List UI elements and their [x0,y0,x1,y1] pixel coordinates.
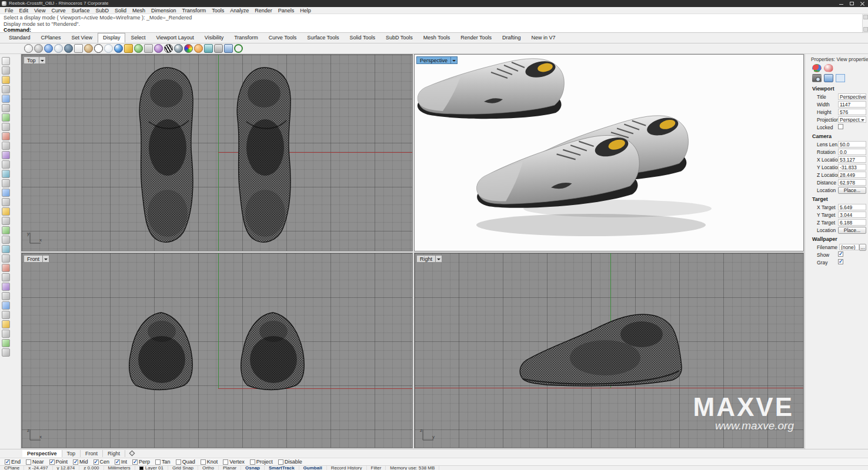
osnap-checkbox[interactable] [49,459,55,465]
viewport-perspective-menu-icon[interactable] [451,56,458,64]
menu-item[interactable]: Transform [179,8,209,14]
menu-item[interactable]: Analyze [227,8,252,14]
artistic-mode-icon[interactable] [84,44,93,53]
shoe-wireframe-front-left[interactable] [129,313,193,390]
sphere-icon[interactable] [2,236,10,244]
viewport-right-label[interactable]: Right [416,255,436,263]
line-icon[interactable] [2,95,10,103]
ghosted-mode-icon[interactable] [54,44,63,53]
record-history-toggle[interactable]: Record History [327,466,367,470]
copy-icon[interactable] [2,330,10,338]
shoe-wireframe-right[interactable] [237,68,291,242]
osnap-checkbox[interactable] [176,459,181,465]
toolbar-tab[interactable]: SubD Tools [380,33,418,43]
gumball-toggle[interactable]: Gumball [299,466,327,470]
viewport-perspective[interactable]: Perspective [414,54,804,251]
surface-icon[interactable] [2,189,10,197]
menu-item[interactable]: Edit [16,8,32,14]
command-area[interactable]: Select a display mode ( Viewport=Active … [0,14,868,33]
smarttrack-toggle[interactable]: SmartTrack [265,466,299,470]
viewport-properties-icon[interactable] [812,74,822,82]
menu-item[interactable]: Tools [209,8,227,14]
freeform-curve-icon[interactable] [2,123,10,131]
property-value-field[interactable]: 62.978 [838,179,866,186]
viewport-height-field[interactable]: 576 [838,109,866,115]
menu-item[interactable]: Dimension [148,8,179,14]
viewport-front[interactable]: Front z x [21,253,413,448]
viewport-right[interactable]: Right z y MAXVE www.maxve.org [414,253,804,448]
osnap-quad[interactable]: Quad [176,459,195,465]
grid-snap-toggle[interactable]: Grid Snap [168,466,198,470]
projection-select[interactable]: Perspect... [838,116,866,123]
ortho-toggle[interactable]: Ortho [198,466,219,470]
curve-icon[interactable] [2,113,10,122]
property-value-field[interactable]: -31.833 [838,164,866,170]
rendered-mode-icon[interactable] [44,44,53,53]
circle-icon[interactable] [2,132,10,140]
osnap-checkbox[interactable] [5,459,10,465]
perspective-viewport-canvas[interactable] [415,55,804,251]
shade-selected-icon[interactable] [134,44,143,53]
menu-item[interactable]: Render [252,8,275,14]
property-value-field[interactable]: 5.649 [838,204,866,210]
polygon-icon[interactable] [2,160,10,169]
minimize-button[interactable] [836,0,847,7]
menu-item[interactable]: Solid [112,8,129,14]
property-value-field[interactable]: 53.127 [838,156,866,163]
box-icon[interactable] [2,226,10,234]
edge-analysis-icon[interactable] [204,44,213,53]
move-icon[interactable] [2,320,10,328]
viewport-perspective-header[interactable]: Perspective [416,56,458,64]
close-button[interactable] [857,0,868,7]
osnap-checkbox[interactable] [132,459,138,465]
osnap-checkbox[interactable] [250,459,255,465]
rendered-shoe[interactable] [418,59,565,119]
refresh-display-icon[interactable] [234,44,243,53]
property-value-field[interactable]: 0.0 [838,149,866,155]
viewport-top-menu-icon[interactable] [39,56,46,64]
property-value-field[interactable]: 28.449 [838,172,866,178]
osnap-checkbox[interactable] [26,459,31,465]
osnap-status-toggle[interactable]: Osnap [241,466,265,470]
chamfer-icon[interactable] [2,273,10,281]
property-value-field[interactable]: 3.044 [838,212,866,218]
rectangle-icon[interactable] [2,151,10,159]
osnap-checkbox[interactable] [94,459,99,465]
technical-mode-icon[interactable] [74,44,83,53]
toolbar-tab[interactable]: Drafting [497,33,526,43]
viewport-tab-perspective[interactable]: Perspective [22,450,62,457]
osnap-point[interactable]: Point [49,459,68,465]
arc-icon[interactable] [2,142,10,150]
display-mode-icon[interactable] [824,74,833,82]
toolbar-tab[interactable]: Select [125,33,151,43]
osnap-vertex[interactable]: Vertex [223,459,245,465]
viewport-title-field[interactable]: Perspective [838,93,866,100]
osnap-knot[interactable]: Knot [201,459,218,465]
osnap-tan[interactable]: Tan [155,459,171,465]
scroll-up-icon[interactable] [863,15,868,19]
shoe-wireframe-front-right[interactable] [241,313,305,390]
fillet-icon[interactable] [2,264,10,272]
osnap-checkbox[interactable] [73,459,78,465]
xray-mode-icon[interactable] [64,44,73,53]
loft-icon[interactable] [2,198,10,206]
menu-item[interactable]: File [2,8,16,14]
viewport-front-header[interactable]: Front [24,255,49,263]
property-value-field[interactable]: 50.0 [838,141,866,147]
menu-item[interactable]: Surface [68,8,92,14]
shoe-wireframe-left[interactable] [139,68,193,242]
menu-item[interactable]: Help [297,8,314,14]
camera-place-button[interactable]: Place... [838,187,866,194]
units-label[interactable]: Millimeters [104,466,135,470]
backface-settings-icon[interactable] [154,44,163,53]
viewport-top[interactable]: Top y x [21,54,413,251]
cylinder-icon[interactable] [2,245,10,253]
osnap-mid[interactable]: Mid [73,459,88,465]
toolbar-tab[interactable]: CPlanes [36,33,66,43]
capture-viewport-icon[interactable] [214,44,223,53]
toolbar-tab[interactable]: Viewport Layout [151,33,199,43]
layer-indicator[interactable]: Layer 01 [135,466,168,470]
toolbar-tab[interactable]: Surface Tools [302,33,344,43]
screen-capture-icon[interactable] [224,44,233,53]
viewport-tab-front[interactable]: Front [81,450,103,457]
